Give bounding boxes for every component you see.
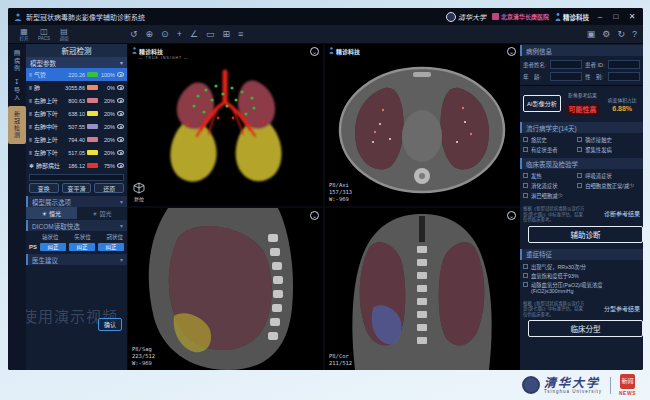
visibility-eye-icon[interactable] [117,150,124,155]
checkbox-cluster-onset[interactable]: 聚集性发病 [577,147,640,153]
reset-view-control[interactable]: 复位 [133,182,145,202]
close-button[interactable]: ✕ [627,8,637,25]
opacity-slider[interactable] [29,174,124,181]
target-tool-icon[interactable]: ⊙ [161,25,169,44]
assist-diagnosis-button[interactable]: 辅助诊断 [528,226,643,243]
checkbox-symptomatic-patient[interactable]: 有症状患者 [523,147,575,153]
structure-row[interactable]: ʬ 气管 220.26 100% [26,68,127,81]
segmentation-panel: 新冠检测 模型参数 ▾ ʬ 气管 220.26 100% ʬ 肺 3055.86… [26,44,128,370]
lung-icon: ʬ [29,150,32,156]
structure-row[interactable]: ʬ 右肺下叶 638.10 20% [26,107,127,120]
color-chip[interactable] [87,150,98,155]
light-tab-fixed[interactable]: ☀ 固光 [77,207,128,219]
ai-analyze-button[interactable]: AI影像分析 [523,95,561,112]
viewport-sagittal[interactable]: ⌄ P8/Sag 223/512 W:-969 [128,208,323,370]
pacs-button[interactable]: ◫ PACS [34,27,54,41]
viewport-menu-caret[interactable]: ⌄ [310,211,319,220]
viewport-menu-caret[interactable]: ⌄ [507,47,516,56]
visibility-eye-icon[interactable] [117,72,124,77]
checkbox-contact-history[interactable]: 确诊接触史 [577,137,640,143]
zoom-tool-icon[interactable]: ⊕ [146,25,154,44]
correct-axial-button[interactable]: 纠正 [40,243,66,251]
checkbox-digestive[interactable]: 消化道症状 [523,183,575,189]
tsinghua-footer-logo: 清华大学 Tsinghua University [522,376,602,394]
grid-tool-icon[interactable]: ⊞ [223,25,231,44]
patient-age-input[interactable] [550,72,582,81]
correct-coronal-button[interactable]: 纠正 [98,243,124,251]
light-tab-constant[interactable]: ☀ 恒光 [26,207,77,219]
jingzhen-watermark-logo: 精诊科技— TRUE INSIGHT — [132,47,189,60]
tab-covid-detect[interactable]: 新冠检测 [8,106,26,144]
structure-row[interactable]: ʬ 左肺上叶 794.40 20% [26,133,127,146]
checkbox-fever[interactable]: 发热 [523,173,575,179]
viewport-menu-caret[interactable]: ⌄ [310,47,319,56]
tab-import[interactable]: ↧ 导入 [8,75,26,104]
structure-row[interactable]: ʬ 右肺上叶 800.63 20% [26,94,127,107]
display-options-header[interactable]: 模型展示选项 ▾ [26,196,127,207]
jingzhen-person-icon [555,13,561,21]
settings-icon[interactable]: ⚙ [602,25,610,44]
lesion-ratio-label: 病变体积占比 [604,96,640,103]
viewport-grid: 精诊科技— TRUE INSIGHT — ⌄ 复位 [128,44,520,370]
model-param-dropdown[interactable]: 模型参数 ▾ [26,57,127,68]
visibility-eye-icon[interactable] [117,137,124,142]
menu-tool-icon[interactable]: ≡ [238,25,243,44]
viewport-3d[interactable]: 精诊科技— TRUE INSIGHT — ⌄ 复位 [128,44,323,206]
structure-row[interactable]: ʬ 左肺下叶 517.05 20% [26,146,127,159]
viewport-menu-caret[interactable]: ⌄ [507,211,516,220]
correct-sagittal-button[interactable]: 纠正 [69,243,95,251]
color-chip[interactable] [87,124,98,129]
color-chip[interactable] [87,98,98,103]
lung-icon: ʬ [29,98,32,104]
checkbox-respiratory[interactable]: 呼吸道症状 [577,173,640,179]
structure-row[interactable]: ʬ 肺 3055.86 0% [26,81,127,94]
patient-gender-input[interactable] [608,72,640,81]
structure-row[interactable]: ʬ 右肺中叶 507.55 20% [26,120,127,133]
color-chip[interactable] [87,111,98,116]
toolbar: ▦ 打开 ◫ PACS ▤ 调阅 ↺ ⊕ ⊙ + ∠ ▭ ⊞ ≡ ▣ ⚙ ↻ ? [8,25,643,44]
patient-id-input[interactable] [608,60,640,69]
visibility-eye-icon[interactable] [117,85,124,90]
checkbox-travel-history[interactable]: 旅居史 [523,137,575,143]
clinical-typing-button[interactable]: 临床分型 [528,320,643,337]
checkbox-spo2[interactable]: 血氧饱和度低于93% [523,273,640,279]
angle-tool-icon[interactable]: ∠ [190,25,198,44]
minimize-button[interactable]: – [595,8,605,25]
pacs-icon: ◫ [40,27,48,36]
checkbox-wbc[interactable]: 白细胞总数正常/减少 [577,183,640,189]
color-chip[interactable] [87,72,98,77]
maximize-button[interactable]: □ [611,8,621,25]
sagittal-overlay-info: P8/Sag 223/512 W:-969 [132,346,155,367]
visibility-eye-icon[interactable] [117,98,124,103]
visibility-eye-icon[interactable] [117,124,124,129]
tab-case-list[interactable]: ▤ 病例 [8,46,26,75]
color-chip[interactable] [87,85,98,90]
viewport-axial[interactable]: 精诊科技 ⌄ P8/Axi 157/313 W:-969 [325,44,520,206]
browse-button[interactable]: ▤ 调阅 [54,27,74,41]
doctor-advice-header[interactable]: 医生建议 ▾ [26,254,127,265]
pan-tool-icon[interactable]: + [177,25,182,44]
transform-button[interactable]: 变换 [29,183,59,193]
patient-name-input[interactable] [550,60,582,69]
open-button[interactable]: ▦ 打开 [14,27,34,41]
viewport-coronal[interactable]: ⌄ P8/Cor 211/512 [325,208,520,370]
ruler-tool-icon[interactable]: ▭ [206,25,215,44]
checkbox-lymphocyte[interactable]: 淋巴细胞减少 [523,193,575,199]
refresh-icon[interactable]: ↻ [617,25,625,44]
help-icon[interactable]: ? [632,25,637,44]
structure-row[interactable]: ✱ 肺部病灶 186.12 75% [26,159,127,172]
checkbox-icon [577,147,582,152]
visibility-eye-icon[interactable] [117,111,124,116]
color-chip[interactable] [87,163,98,168]
checkbox-shortness-breath[interactable]: 出现气促，RR≥30次/分 [523,264,640,270]
app-person-icon [14,13,22,21]
layout-icon[interactable]: ▣ [587,25,596,44]
confirm-button[interactable]: 确认 [98,318,122,331]
rotate-tool-icon[interactable]: ↺ [130,25,138,44]
checkbox-pao2-fio2[interactable]: 动脉血氧分压(PaO2)/吸氧浓度(FiO2)≤300mmHg [523,282,640,294]
visibility-eye-icon[interactable] [117,163,124,168]
color-chip[interactable] [87,137,98,142]
dicom-header[interactable]: DICOM读取快选 ▾ [26,220,127,231]
restore-button[interactable]: 还原 [94,183,124,193]
smooth-button[interactable]: 变平滑 [62,183,92,193]
